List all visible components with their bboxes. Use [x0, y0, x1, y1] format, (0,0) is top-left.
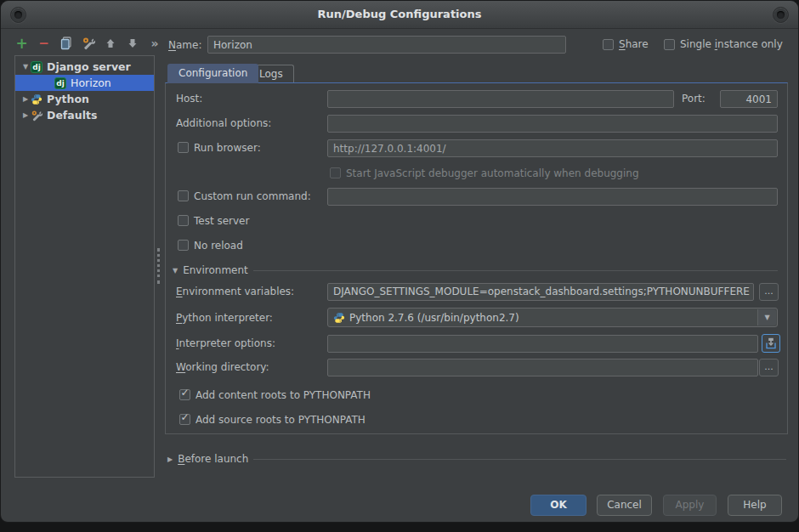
- move-up-button[interactable]: [102, 36, 118, 52]
- wrench-gear-icon: [31, 110, 42, 122]
- additional-options-input[interactable]: [327, 115, 778, 133]
- python-interpreter-select[interactable]: Python 2.7.6 (/usr/bin/python2.7) ▼: [327, 308, 778, 327]
- working-directory-browse-button[interactable]: ...: [759, 359, 779, 376]
- start-js-debugger-row: Start JavaScript debugger automatically …: [166, 165, 787, 184]
- window-control-right-icon[interactable]: [773, 7, 789, 23]
- configurations-toolbar: + − »: [14, 34, 162, 53]
- python-interpreter-label: Python interpreter:: [176, 312, 273, 324]
- django-icon: dj: [31, 61, 42, 73]
- check-icon: ✓: [180, 413, 190, 422]
- host-label: Host:: [176, 93, 202, 105]
- run-browser-checkbox[interactable]: [178, 142, 189, 153]
- share-checkbox[interactable]: [603, 39, 614, 50]
- section-divider: [253, 270, 778, 271]
- single-instance-label[interactable]: Single instance only: [680, 38, 783, 50]
- environment-section-header[interactable]: ▼ Environment: [173, 264, 778, 276]
- copy-configuration-button[interactable]: [58, 36, 74, 52]
- arrow-down-icon: [127, 37, 139, 49]
- configuration-panel: Host: Port: Additional options: Run brow…: [165, 82, 788, 434]
- no-reload-label[interactable]: No reload: [194, 240, 243, 252]
- python-icon: [333, 312, 345, 324]
- run-browser-url-input[interactable]: [327, 139, 778, 157]
- working-directory-label: Working directory:: [176, 361, 269, 373]
- collapse-arrow-icon: ▼: [173, 267, 178, 274]
- add-content-roots-row: ✓ Add content roots to PYTHONPATH: [166, 387, 787, 405]
- port-input[interactable]: [720, 90, 778, 108]
- interpreter-options-input[interactable]: [327, 335, 758, 353]
- ellipsis-icon: ...: [764, 361, 774, 372]
- tab-configuration[interactable]: Configuration: [167, 64, 258, 83]
- custom-run-command-row: Custom run command:: [166, 188, 787, 207]
- check-icon: ✓: [180, 388, 190, 398]
- cancel-button[interactable]: Cancel: [597, 495, 652, 516]
- working-directory-input[interactable]: [327, 359, 758, 376]
- add-source-roots-label[interactable]: Add source roots to PYTHONPATH: [196, 414, 366, 426]
- tree-item-django-server[interactable]: ▼ dj Django server: [15, 59, 154, 75]
- port-label: Port:: [682, 93, 706, 105]
- custom-run-command-label[interactable]: Custom run command:: [194, 190, 311, 202]
- ok-button[interactable]: OK: [530, 495, 586, 516]
- expand-arrow-icon[interactable]: ▶: [20, 111, 31, 119]
- add-configuration-button[interactable]: +: [14, 36, 30, 52]
- wrench-gear-icon: [82, 37, 95, 50]
- tree-item-horizon[interactable]: dj Horizon: [15, 75, 154, 91]
- single-instance-checkbox[interactable]: [664, 39, 675, 50]
- working-directory-row: Working directory: ...: [166, 359, 787, 377]
- expand-arrow-icon[interactable]: ▶: [20, 95, 31, 103]
- before-launch-section-header[interactable]: ▶ Before launch: [167, 453, 786, 465]
- run-browser-label[interactable]: Run browser:: [194, 142, 261, 154]
- edit-defaults-button[interactable]: [80, 36, 96, 52]
- test-server-label[interactable]: Test server: [194, 215, 249, 227]
- environment-variables-input[interactable]: DJANGO_SETTINGS_MODULE=openstack_dashboa…: [327, 283, 754, 301]
- test-server-checkbox[interactable]: [178, 215, 189, 226]
- help-button[interactable]: Help: [728, 495, 782, 516]
- dialog-title: Run/Debug Configurations: [1, 1, 798, 28]
- ellipsis-icon: ...: [764, 286, 774, 297]
- custom-run-command-checkbox[interactable]: [178, 190, 189, 201]
- no-reload-checkbox[interactable]: [178, 240, 189, 251]
- additional-options-row: Additional options:: [166, 115, 787, 133]
- chevrons-icon: »: [150, 37, 157, 50]
- apply-button[interactable]: Apply: [663, 495, 717, 516]
- collapse-arrow-icon[interactable]: ▼: [20, 63, 31, 71]
- add-source-roots-checkbox[interactable]: ✓: [179, 414, 190, 425]
- run-debug-configurations-dialog: Run/Debug Configurations + − » Name: Sha…: [0, 0, 799, 523]
- insert-macro-button[interactable]: [762, 334, 780, 353]
- name-label: Name:: [168, 39, 201, 51]
- additional-options-label: Additional options:: [176, 117, 271, 129]
- add-content-roots-label[interactable]: Add content roots to PYTHONPATH: [196, 389, 371, 401]
- no-reload-row: No reload: [166, 237, 787, 256]
- host-input[interactable]: [327, 90, 674, 108]
- environment-variables-row: Environment variables: DJANGO_SETTINGS_M…: [166, 283, 787, 302]
- tree-item-python[interactable]: ▶ Python: [15, 91, 154, 107]
- python-interpreter-row: Python interpreter: Python 2.7.6 (/usr/b…: [166, 308, 787, 328]
- arrow-up-icon: [105, 37, 116, 49]
- more-actions-button[interactable]: »: [146, 36, 162, 52]
- remove-configuration-button[interactable]: −: [36, 36, 52, 52]
- custom-run-command-input[interactable]: [327, 188, 778, 206]
- environment-variables-label: Environment variables:: [176, 286, 294, 297]
- name-input[interactable]: [207, 36, 566, 54]
- plus-icon: +: [15, 37, 27, 51]
- copy-icon: [60, 37, 73, 50]
- run-browser-row: Run browser:: [166, 139, 787, 158]
- interpreter-options-row: Interpreter options:: [166, 335, 787, 354]
- dropdown-arrow-icon[interactable]: ▼: [757, 309, 776, 325]
- expand-arrow-icon: ▶: [167, 456, 173, 463]
- host-row: Host: Port:: [166, 90, 787, 109]
- django-icon: dj: [54, 77, 66, 89]
- share-label[interactable]: Share: [619, 38, 649, 50]
- add-source-roots-row: ✓ Add source roots to PYTHONPATH: [166, 411, 787, 430]
- configurations-tree: ▼ dj Django server dj Horizon ▶ Python ▶…: [14, 55, 155, 478]
- section-divider: [253, 459, 786, 460]
- start-js-debugger-label: Start JavaScript debugger automatically …: [346, 167, 639, 179]
- python-icon: [31, 93, 42, 105]
- test-server-row: Test server: [166, 212, 787, 231]
- environment-variables-browse-button[interactable]: ...: [759, 283, 779, 301]
- environment-section-label: Environment: [183, 264, 248, 276]
- start-js-debugger-checkbox[interactable]: [330, 167, 341, 178]
- tree-splitter-handle[interactable]: [157, 248, 160, 284]
- add-content-roots-checkbox[interactable]: ✓: [179, 389, 190, 400]
- tree-item-defaults[interactable]: ▶ Defaults: [15, 107, 154, 123]
- move-down-button[interactable]: [124, 36, 140, 52]
